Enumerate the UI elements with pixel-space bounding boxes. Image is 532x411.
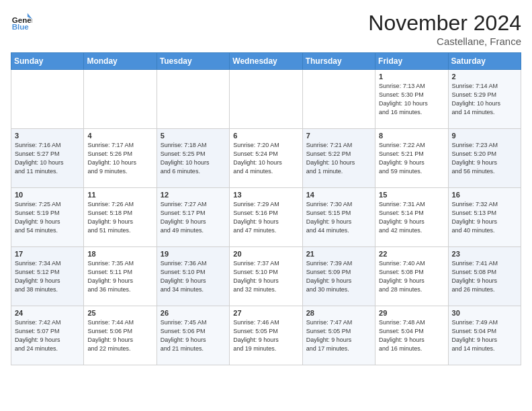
calendar-cell: 24Sunrise: 7:42 AM Sunset: 5:07 PM Dayli…	[11, 306, 84, 365]
day-header-friday: Friday	[375, 53, 448, 70]
calendar-cell: 5Sunrise: 7:18 AM Sunset: 5:25 PM Daylig…	[157, 129, 229, 188]
calendar-cell: 14Sunrise: 7:30 AM Sunset: 5:15 PM Dayli…	[302, 188, 375, 247]
day-number: 11	[87, 191, 152, 199]
calendar-cell: 29Sunrise: 7:48 AM Sunset: 5:04 PM Dayli…	[375, 306, 448, 365]
logo: General Blue	[11, 11, 32, 32]
calendar-cell: 23Sunrise: 7:41 AM Sunset: 5:08 PM Dayli…	[448, 247, 521, 306]
day-number: 27	[233, 309, 298, 317]
day-number: 17	[15, 250, 80, 258]
day-info: Sunrise: 7:47 AM Sunset: 5:05 PM Dayligh…	[306, 318, 371, 353]
day-number: 16	[452, 191, 517, 199]
calendar-body: 1Sunrise: 7:13 AM Sunset: 5:30 PM Daylig…	[11, 70, 521, 365]
calendar-cell: 7Sunrise: 7:21 AM Sunset: 5:22 PM Daylig…	[302, 129, 375, 188]
calendar-cell	[11, 70, 84, 129]
calendar-cell: 21Sunrise: 7:39 AM Sunset: 5:09 PM Dayli…	[302, 247, 375, 306]
day-number: 12	[161, 191, 226, 199]
day-info: Sunrise: 7:14 AM Sunset: 5:29 PM Dayligh…	[452, 82, 517, 117]
title-block: November 2024 Castellane, France	[368, 11, 521, 47]
week-row-5: 24Sunrise: 7:42 AM Sunset: 5:07 PM Dayli…	[11, 306, 521, 365]
calendar-cell: 18Sunrise: 7:35 AM Sunset: 5:11 PM Dayli…	[84, 247, 157, 306]
calendar-cell: 20Sunrise: 7:37 AM Sunset: 5:10 PM Dayli…	[230, 247, 302, 306]
day-info: Sunrise: 7:22 AM Sunset: 5:21 PM Dayligh…	[379, 141, 444, 176]
calendar-cell: 4Sunrise: 7:17 AM Sunset: 5:26 PM Daylig…	[84, 129, 157, 188]
week-row-1: 1Sunrise: 7:13 AM Sunset: 5:30 PM Daylig…	[11, 70, 521, 129]
logo-icon: General Blue	[11, 11, 32, 32]
day-number: 28	[306, 309, 371, 317]
page-header: General Blue November 2024 Castellane, F…	[11, 11, 521, 47]
day-info: Sunrise: 7:26 AM Sunset: 5:18 PM Dayligh…	[87, 200, 152, 235]
calendar-cell: 19Sunrise: 7:36 AM Sunset: 5:10 PM Dayli…	[157, 247, 229, 306]
calendar-cell: 15Sunrise: 7:31 AM Sunset: 5:14 PM Dayli…	[375, 188, 448, 247]
day-number: 1	[379, 73, 444, 81]
calendar-cell: 27Sunrise: 7:46 AM Sunset: 5:05 PM Dayli…	[230, 306, 302, 365]
day-info: Sunrise: 7:37 AM Sunset: 5:10 PM Dayligh…	[233, 259, 298, 294]
day-number: 4	[87, 132, 152, 140]
day-number: 20	[233, 250, 298, 258]
day-number: 2	[452, 73, 517, 81]
calendar-cell	[230, 70, 302, 129]
week-row-4: 17Sunrise: 7:34 AM Sunset: 5:12 PM Dayli…	[11, 247, 521, 306]
day-number: 29	[379, 309, 444, 317]
day-info: Sunrise: 7:39 AM Sunset: 5:09 PM Dayligh…	[306, 259, 371, 294]
day-number: 3	[15, 132, 80, 140]
day-header-wednesday: Wednesday	[230, 53, 302, 70]
day-header-monday: Monday	[84, 53, 157, 70]
day-info: Sunrise: 7:20 AM Sunset: 5:24 PM Dayligh…	[233, 141, 298, 176]
calendar-header-row: SundayMondayTuesdayWednesdayThursdayFrid…	[11, 53, 521, 70]
week-row-2: 3Sunrise: 7:16 AM Sunset: 5:27 PM Daylig…	[11, 129, 521, 188]
month-title: November 2024	[368, 11, 521, 36]
day-info: Sunrise: 7:17 AM Sunset: 5:26 PM Dayligh…	[87, 141, 152, 176]
calendar-cell: 3Sunrise: 7:16 AM Sunset: 5:27 PM Daylig…	[11, 129, 84, 188]
calendar-cell: 1Sunrise: 7:13 AM Sunset: 5:30 PM Daylig…	[375, 70, 448, 129]
day-info: Sunrise: 7:32 AM Sunset: 5:13 PM Dayligh…	[452, 200, 517, 235]
day-number: 6	[233, 132, 298, 140]
day-info: Sunrise: 7:42 AM Sunset: 5:07 PM Dayligh…	[15, 318, 80, 353]
day-number: 7	[306, 132, 371, 140]
location: Castellane, France	[368, 36, 521, 47]
calendar-cell: 6Sunrise: 7:20 AM Sunset: 5:24 PM Daylig…	[230, 129, 302, 188]
day-number: 25	[87, 309, 152, 317]
calendar-cell	[157, 70, 229, 129]
calendar-cell	[302, 70, 375, 129]
day-header-thursday: Thursday	[302, 53, 375, 70]
calendar-cell: 12Sunrise: 7:27 AM Sunset: 5:17 PM Dayli…	[157, 188, 229, 247]
calendar-cell: 9Sunrise: 7:23 AM Sunset: 5:20 PM Daylig…	[448, 129, 521, 188]
calendar-cell: 13Sunrise: 7:29 AM Sunset: 5:16 PM Dayli…	[230, 188, 302, 247]
calendar-cell: 30Sunrise: 7:49 AM Sunset: 5:04 PM Dayli…	[448, 306, 521, 365]
day-info: Sunrise: 7:16 AM Sunset: 5:27 PM Dayligh…	[15, 141, 80, 176]
day-number: 8	[379, 132, 444, 140]
day-info: Sunrise: 7:48 AM Sunset: 5:04 PM Dayligh…	[379, 318, 444, 353]
day-number: 24	[15, 309, 80, 317]
day-info: Sunrise: 7:30 AM Sunset: 5:15 PM Dayligh…	[306, 200, 371, 235]
day-number: 18	[87, 250, 152, 258]
day-number: 22	[379, 250, 444, 258]
day-info: Sunrise: 7:41 AM Sunset: 5:08 PM Dayligh…	[452, 259, 517, 294]
calendar-cell: 17Sunrise: 7:34 AM Sunset: 5:12 PM Dayli…	[11, 247, 84, 306]
calendar-cell: 8Sunrise: 7:22 AM Sunset: 5:21 PM Daylig…	[375, 129, 448, 188]
day-number: 19	[161, 250, 226, 258]
day-number: 9	[452, 132, 517, 140]
day-number: 5	[161, 132, 226, 140]
day-info: Sunrise: 7:34 AM Sunset: 5:12 PM Dayligh…	[15, 259, 80, 294]
day-number: 14	[306, 191, 371, 199]
calendar-cell: 2Sunrise: 7:14 AM Sunset: 5:29 PM Daylig…	[448, 70, 521, 129]
day-info: Sunrise: 7:29 AM Sunset: 5:16 PM Dayligh…	[233, 200, 298, 235]
day-info: Sunrise: 7:23 AM Sunset: 5:20 PM Dayligh…	[452, 141, 517, 176]
day-number: 26	[161, 309, 226, 317]
day-number: 30	[452, 309, 517, 317]
calendar-cell: 22Sunrise: 7:40 AM Sunset: 5:08 PM Dayli…	[375, 247, 448, 306]
calendar-cell	[84, 70, 157, 129]
day-info: Sunrise: 7:18 AM Sunset: 5:25 PM Dayligh…	[161, 141, 226, 176]
day-info: Sunrise: 7:31 AM Sunset: 5:14 PM Dayligh…	[379, 200, 444, 235]
calendar-cell: 28Sunrise: 7:47 AM Sunset: 5:05 PM Dayli…	[302, 306, 375, 365]
day-info: Sunrise: 7:25 AM Sunset: 5:19 PM Dayligh…	[15, 200, 80, 235]
day-info: Sunrise: 7:45 AM Sunset: 5:06 PM Dayligh…	[161, 318, 226, 353]
day-number: 10	[15, 191, 80, 199]
week-row-3: 10Sunrise: 7:25 AM Sunset: 5:19 PM Dayli…	[11, 188, 521, 247]
day-info: Sunrise: 7:36 AM Sunset: 5:10 PM Dayligh…	[161, 259, 226, 294]
day-info: Sunrise: 7:49 AM Sunset: 5:04 PM Dayligh…	[452, 318, 517, 353]
day-number: 21	[306, 250, 371, 258]
calendar-cell: 26Sunrise: 7:45 AM Sunset: 5:06 PM Dayli…	[157, 306, 229, 365]
day-info: Sunrise: 7:27 AM Sunset: 5:17 PM Dayligh…	[161, 200, 226, 235]
day-info: Sunrise: 7:21 AM Sunset: 5:22 PM Dayligh…	[306, 141, 371, 176]
